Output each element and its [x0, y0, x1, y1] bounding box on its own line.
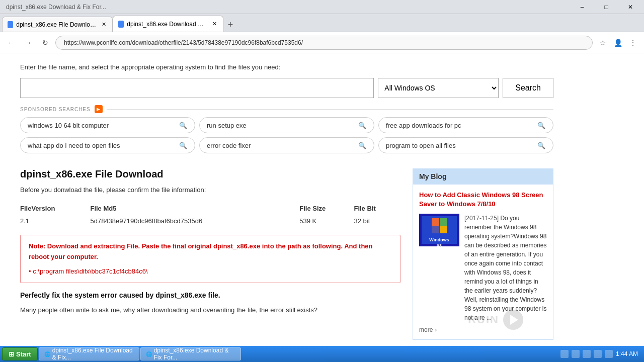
page-content: Enter the file name, and select the appr…	[0, 53, 644, 346]
forward-button[interactable]: →	[21, 36, 35, 50]
col-filebit: File Bit	[354, 202, 400, 215]
sponsored-item-3[interactable]: free app downloads for pc 🔍	[378, 117, 553, 133]
blog-text: [2017-11-25] Do you remember the Windows…	[464, 214, 547, 322]
sponsored-item-1-text: windows 10 64 bit computer	[28, 122, 109, 129]
start-button[interactable]: ⊞ Start	[2, 347, 38, 360]
title-bar: dpinst_x86.exe Download & Fix For... – □…	[0, 0, 644, 14]
search-icon-2: 🔍	[358, 121, 367, 130]
taskbar-tasks: 🌐 dpinst_x86.exe File Download & Fix... …	[39, 347, 555, 360]
tray-icon-2	[572, 350, 580, 358]
blog-more-label: more	[419, 326, 433, 333]
sponsored-item-3-text: free app downloads for pc	[386, 122, 461, 129]
chevron-right-icon: ›	[435, 326, 437, 333]
search-row: All Windows OS Windows 10 Windows 8 Wind…	[20, 78, 553, 98]
file-search-input[interactable]	[20, 78, 374, 98]
tray-icon-1	[560, 350, 569, 358]
search-description: Enter the file name, and select the appr…	[20, 63, 553, 71]
file-table: FileVersion File Md5 File Size File Bit …	[20, 202, 400, 227]
search-icon-5: 🔍	[358, 141, 367, 150]
address-input[interactable]	[55, 36, 593, 50]
cell-bit: 32 bit	[354, 215, 400, 227]
tray-icon-5	[605, 350, 613, 358]
title-bar-text: dpinst_x86.exe Download & Fix For...	[2, 4, 106, 11]
tab1-close-button[interactable]: ✕	[101, 21, 107, 29]
flag-q3	[432, 226, 439, 234]
blog-header: My Blog	[413, 168, 553, 185]
win98-flag	[432, 218, 447, 233]
note-box: Note: Download and extracting File. Past…	[20, 235, 400, 283]
address-bar: ← → ↻ ☆ 👤 ⋮	[0, 32, 644, 53]
play-triangle	[510, 315, 518, 325]
blog-post-title: How to Add Classic Windows 98 Screen Sav…	[419, 191, 547, 209]
tray-icon-4	[594, 350, 602, 358]
blog-thumb-inner: Windows98	[422, 216, 457, 244]
sponsored-item-6-text: program to open all files	[386, 142, 456, 149]
back-button[interactable]: ←	[4, 36, 18, 50]
fix-title: Perfectly fix the system error caused by…	[20, 291, 400, 299]
taskbar-task2-label: dpinst_x86.exe Download & Fix For...	[154, 347, 235, 360]
browser-tab-2[interactable]: dpinst_x86.exe Download & Fix For ... ✕	[113, 16, 223, 32]
close-button[interactable]: ✕	[619, 0, 642, 14]
sponsored-item-5[interactable]: error code fixer 🔍	[199, 137, 374, 153]
browser-tab-1[interactable]: dpinst_x86.exe File Download & Fix ... ✕	[2, 17, 113, 32]
sponsored-item-1[interactable]: windows 10 64 bit computer 🔍	[20, 117, 195, 133]
watermark-text: RUIN	[468, 313, 499, 326]
sponsored-item-4[interactable]: what app do i need to open files 🔍	[20, 137, 195, 153]
tab2-label: dpinst_x86.exe Download & Fix For ...	[127, 21, 207, 28]
profile-button[interactable]: 👤	[611, 36, 625, 50]
blog-post-body: Windows98 [2017-11-25] Do you remember t…	[419, 214, 547, 322]
taskbar-task1-favicon: 🌐	[44, 351, 50, 357]
blog-post-text: Do you remember the Windows 98 operating…	[464, 215, 546, 321]
table-row: 2.1 5d78438e97190dc96f8baf6bcd7535d6 539…	[20, 215, 400, 227]
new-tab-button[interactable]: +	[223, 18, 237, 32]
page-inner: Enter the file name, and select the appr…	[0, 53, 574, 346]
sponsored-item-2-text: run setup exe	[207, 122, 247, 129]
taskbar-task-2[interactable]: 🌐 dpinst_x86.exe Download & Fix For...	[140, 347, 241, 360]
blog-date: [2017-11-25]	[464, 215, 499, 222]
start-icon: ⊞	[9, 350, 14, 358]
maximize-button[interactable]: □	[595, 0, 618, 14]
cell-md5: 5d78438e97190dc96f8baf6bcd7535d6	[90, 215, 299, 227]
content-left: dpinst_x86.exe File Download Before you …	[20, 168, 400, 340]
sponsored-label: SPONSORED SEARCHES ▶	[20, 105, 553, 113]
toolbar-icons: ☆ 👤 ⋮	[596, 36, 640, 50]
note-text: Note: Download and extracting File. Past…	[29, 241, 392, 262]
flag-q1	[432, 218, 439, 226]
note-text-bold: Note: Download and extracting File. Past…	[29, 242, 373, 260]
bookmark-button[interactable]: ☆	[596, 36, 610, 50]
menu-button[interactable]: ⋮	[626, 36, 640, 50]
page-title: dpinst_x86.exe File Download	[20, 168, 400, 180]
reload-button[interactable]: ↻	[38, 36, 52, 50]
cell-size: 539 K	[299, 215, 354, 227]
fix-desc: Many people often write to ask me, why a…	[20, 305, 400, 316]
minimize-button[interactable]: –	[571, 0, 594, 14]
col-fileversion: FileVersion	[20, 202, 90, 215]
tab2-close-button[interactable]: ✕	[211, 20, 218, 28]
taskbar-task1-label: dpinst_x86.exe File Download & Fix...	[52, 347, 134, 360]
content-right: My Blog How to Add Classic Windows 98 Sc…	[413, 168, 553, 340]
start-label: Start	[16, 350, 31, 358]
search-icon-3: 🔍	[537, 121, 546, 130]
ad-icon: ▶	[95, 105, 103, 113]
sponsored-item-5-text: error code fixer	[207, 142, 251, 149]
sponsored-item-4-text: what app do i need to open files	[28, 142, 120, 149]
window-controls: – □ ✕	[571, 0, 642, 14]
col-filemd5: File Md5	[90, 202, 299, 215]
taskbar-task-1[interactable]: 🌐 dpinst_x86.exe File Download & Fix...	[39, 347, 139, 360]
taskbar-systray: 1:44 AM	[556, 350, 642, 358]
sponsored-item-6[interactable]: program to open all files 🔍	[378, 137, 553, 153]
watermark: RUIN	[468, 310, 523, 330]
note-path: • c:\program files\difx\bbc37c1cf4cb84c6…	[29, 266, 392, 277]
search-icon-1: 🔍	[179, 121, 188, 130]
tab2-favicon	[118, 21, 124, 28]
search-icon-4: 🔍	[179, 141, 188, 150]
sponsored-section: SPONSORED SEARCHES ▶ windows 10 64 bit c…	[20, 105, 553, 153]
taskbar-time: 1:44 AM	[616, 350, 638, 357]
sponsored-grid: windows 10 64 bit computer 🔍 run setup e…	[20, 117, 553, 153]
taskbar-task2-favicon: 🌐	[146, 351, 152, 357]
sponsored-item-2[interactable]: run setup exe 🔍	[199, 117, 374, 133]
taskbar: ⊞ Start 🌐 dpinst_x86.exe File Download &…	[0, 346, 644, 362]
os-select[interactable]: All Windows OS Windows 10 Windows 8 Wind…	[378, 78, 499, 98]
flag-q2	[440, 218, 447, 226]
search-button[interactable]: Search	[503, 78, 553, 98]
